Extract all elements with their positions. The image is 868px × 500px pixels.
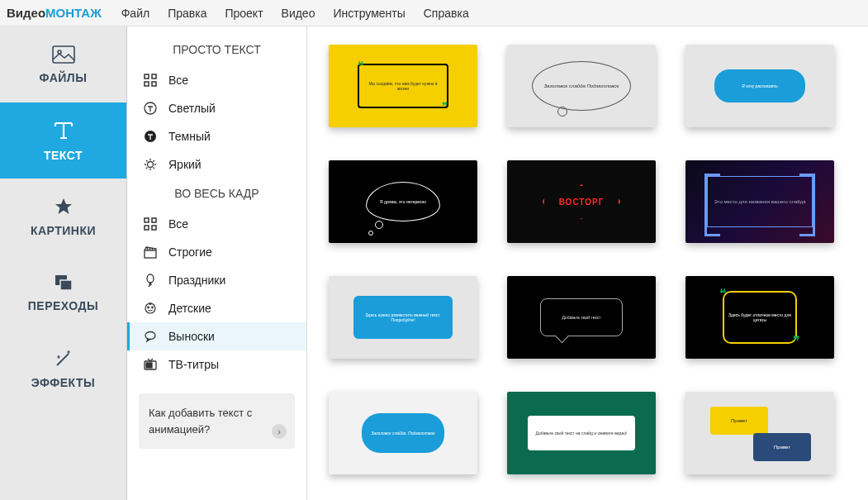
template-thumb[interactable]: Это место для названия вашего слайда xyxy=(685,160,834,243)
tab-effects[interactable]: ЭФФЕКТЫ xyxy=(0,331,126,407)
tab-transitions[interactable]: ПЕРЕХОДЫ xyxy=(0,255,126,331)
cat-bright[interactable]: Яркий xyxy=(127,150,306,179)
tab-files[interactable]: ФАЙЛЫ xyxy=(0,26,126,102)
svg-rect-11 xyxy=(145,218,149,222)
cat-light[interactable]: Светлый xyxy=(127,94,306,122)
menu-file[interactable]: Файл xyxy=(121,7,149,20)
layers-icon xyxy=(54,274,74,294)
template-thumb[interactable]: Здесь будет отличное место для цитаты xyxy=(685,276,834,359)
cat-label: Детские xyxy=(168,302,211,315)
circle-t-outline-icon xyxy=(142,102,159,115)
menu-bar: ВидеоМОНТАЖ Файл Правка Проект Видео Инс… xyxy=(0,0,868,26)
baby-icon xyxy=(142,302,159,315)
svg-point-10 xyxy=(148,162,154,168)
svg-rect-0 xyxy=(53,46,74,63)
cat-label: Темный xyxy=(168,130,211,143)
cat-strict[interactable]: Строгие xyxy=(127,238,306,266)
grid-icon xyxy=(142,217,159,231)
section-header-simple: ПРОСТО ТЕКСТ xyxy=(127,35,306,66)
cat-dark[interactable]: Темный xyxy=(127,122,306,150)
sun-icon xyxy=(142,158,159,171)
template-thumb[interactable]: Здесь нужно разместить важный текст. Поп… xyxy=(329,276,477,359)
svg-rect-5 xyxy=(152,74,156,79)
cat-label: Яркий xyxy=(168,158,202,171)
template-thumb[interactable]: Заголовок слайда Подзаголовок xyxy=(507,45,656,127)
tv-icon xyxy=(142,358,159,371)
wand-icon xyxy=(54,349,74,371)
cat-label: Все xyxy=(168,74,188,87)
chevron-right-icon: › xyxy=(272,424,287,439)
help-hint[interactable]: Как добавить текст с анимацией? › xyxy=(139,393,295,449)
cat-label: Выноски xyxy=(168,330,215,343)
speech-bubble-icon xyxy=(142,330,159,343)
menu-edit[interactable]: Правка xyxy=(168,7,206,20)
svg-rect-3 xyxy=(60,280,72,290)
menu-tools[interactable]: Инструменты xyxy=(333,7,405,20)
text-icon xyxy=(52,120,75,144)
grid-icon xyxy=(142,74,159,87)
cat-label: Праздники xyxy=(168,274,225,287)
template-thumb[interactable]: ВОСТОРГ xyxy=(507,160,656,243)
svg-point-16 xyxy=(147,274,154,283)
svg-rect-14 xyxy=(152,226,156,230)
template-thumb[interactable]: Привет Привет xyxy=(685,392,834,474)
svg-rect-23 xyxy=(146,363,152,368)
template-thumb[interactable]: Добавьте свой текст xyxy=(507,276,656,359)
cat-holidays[interactable]: Праздники xyxy=(127,266,306,294)
template-thumb[interactable]: Мы создаём, что нам будет нужно в жизни xyxy=(329,45,477,127)
svg-rect-4 xyxy=(145,74,149,79)
category-panel: ПРОСТО ТЕКСТ Все Светлый Темный Яркий ВО… xyxy=(127,26,307,500)
svg-point-18 xyxy=(148,307,149,308)
template-thumb[interactable]: Я хочу рассказать xyxy=(685,45,834,127)
sidebar-tabs: ФАЙЛЫ ТЕКСТ КАРТИНКИ ПЕРЕХОДЫ ЭФФЕКТЫ xyxy=(0,26,127,500)
cat-tv[interactable]: ТВ-титры xyxy=(127,350,306,379)
svg-point-19 xyxy=(152,307,154,308)
cat-all[interactable]: Все xyxy=(127,66,306,94)
menu-help[interactable]: Справка xyxy=(424,7,469,20)
svg-point-21 xyxy=(145,332,155,340)
cat-label: Все xyxy=(168,217,188,231)
tab-pictures[interactable]: КАРТИНКИ xyxy=(0,179,126,255)
menu-project[interactable]: Проект xyxy=(225,7,263,20)
cat-label: ТВ-титры xyxy=(168,358,219,371)
cat-label: Строгие xyxy=(168,245,212,259)
image-icon xyxy=(52,45,75,66)
svg-rect-7 xyxy=(152,82,156,86)
svg-rect-15 xyxy=(145,250,156,258)
cat-callouts[interactable]: Выноски xyxy=(127,322,306,350)
svg-rect-13 xyxy=(145,226,149,230)
template-thumb[interactable]: Добавьте свой текст на слайд и оживите в… xyxy=(507,392,656,474)
app-logo: ВидеоМОНТАЖ xyxy=(7,6,102,20)
svg-rect-12 xyxy=(152,218,156,222)
cat-label: Светлый xyxy=(168,102,216,115)
cat-all-full[interactable]: Все xyxy=(127,210,306,238)
section-header-full: ВО ВЕСЬ КАДР xyxy=(127,179,306,210)
clapper-icon xyxy=(142,245,159,259)
template-thumb[interactable]: Заголовок слайда. Подзаголовок xyxy=(329,392,477,474)
menu-video[interactable]: Видео xyxy=(282,7,315,20)
template-thumb[interactable]: Я думаю, это интересно xyxy=(329,160,477,243)
tab-text[interactable]: ТЕКСТ xyxy=(0,102,126,179)
cat-kids[interactable]: Детские xyxy=(127,294,306,322)
template-gallery: Мы создаём, что нам будет нужно в жизни … xyxy=(307,26,868,500)
circle-t-filled-icon xyxy=(142,130,159,143)
balloon-icon xyxy=(142,274,159,287)
svg-rect-6 xyxy=(145,82,149,86)
star-icon xyxy=(54,197,74,219)
